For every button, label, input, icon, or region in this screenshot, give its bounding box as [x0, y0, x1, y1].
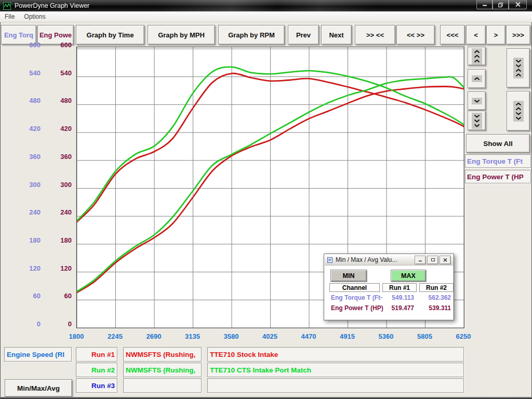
- window-title: PowerDyne Graph Viewer: [15, 2, 89, 9]
- y-scroll-up-fast-icon: [472, 48, 482, 64]
- minimize-button[interactable]: [476, 0, 493, 9]
- rpm-tick-label: 4915: [332, 332, 363, 340]
- dialog-col-run1[interactable]: Run #1: [382, 283, 417, 292]
- run-1-label[interactable]: Run #1: [76, 347, 117, 362]
- torque-tick-label: 240: [18, 209, 41, 216]
- toolbar-button-next[interactable]: Next: [321, 25, 352, 45]
- chevron-down-icon: [474, 119, 480, 123]
- chevron-down-icon: [474, 99, 480, 103]
- power-tick-label: 180: [49, 237, 72, 244]
- torque-tick-label: 120: [18, 265, 41, 272]
- torque-tick-label: 60: [18, 292, 41, 300]
- chevron-down-icon: [515, 64, 522, 68]
- torque-channel-label[interactable]: Eng Torque T (Ft: [465, 154, 531, 168]
- toolbar-button-scroll-left[interactable]: <: [466, 25, 486, 45]
- dialog-title: Min / Max / Avg Valu...: [336, 256, 414, 263]
- run-1-description[interactable]: TTE710 Stock Intake: [207, 347, 464, 362]
- y-scroll-down-fast-icon: [472, 113, 482, 129]
- window-controls: [476, 0, 527, 9]
- menu-file[interactable]: File: [0, 12, 19, 21]
- power-tick-label: 0: [49, 321, 72, 328]
- chevron-up-icon: [515, 73, 522, 77]
- chevron-up-icon: [515, 107, 522, 111]
- dialog-title-bar[interactable]: Min / Max / Avg Valu...: [325, 255, 453, 265]
- toolbar-button-graph-by-rpm[interactable]: Graph by RPM: [218, 25, 285, 45]
- min-max-avg-dialog: Min / Max / Avg Valu... MIN MAX Channel …: [324, 254, 454, 321]
- toolbar-button-graph-by-mph[interactable]: Graph by MPH: [148, 25, 215, 45]
- torque-tick-label: 180: [18, 237, 41, 244]
- torque-tick-label: 480: [18, 97, 41, 104]
- rpm-tick-label: 2690: [138, 332, 169, 340]
- restore-button[interactable]: [493, 0, 509, 9]
- toolbar-button-scroll-right[interactable]: >: [486, 25, 506, 45]
- dialog-run2-max-value: 539.311: [419, 304, 451, 312]
- x-channel-label[interactable]: Engine Speed (RI: [4, 347, 72, 362]
- chevron-down-icon: [474, 114, 480, 118]
- chevron-up-icon: [474, 77, 480, 81]
- run-3-description[interactable]: [207, 378, 464, 393]
- torque-tick-label: 420: [18, 125, 41, 132]
- toolbar-button-graph-by-time[interactable]: Graph by Time: [76, 25, 144, 45]
- run-2-label[interactable]: Run #2: [76, 363, 117, 377]
- rpm-tick-label: 2245: [100, 332, 131, 340]
- toolbar-button-zoom-out-horizontal[interactable]: << >>: [396, 25, 435, 45]
- app-window: PowerDyne Graph Viewer File Options Eng …: [0, 0, 532, 399]
- y-scroll-down-icon: [472, 98, 482, 104]
- menu-bar: File Options: [0, 11, 532, 22]
- dialog-col-channel[interactable]: Channel: [329, 283, 380, 292]
- rpm-tick-label: 3135: [177, 332, 208, 340]
- rpm-tick-label: 5805: [409, 332, 441, 340]
- y-zoom-out-icon: [513, 101, 524, 122]
- y-zoom-out-button[interactable]: [507, 91, 530, 131]
- toolbar-button-scroll-far-left[interactable]: <<<: [440, 25, 465, 45]
- rpm-tick-label: 3580: [216, 332, 247, 340]
- power-tick-label: 240: [49, 209, 72, 216]
- chevron-down-icon: [515, 59, 522, 63]
- min-button[interactable]: MIN: [330, 270, 367, 282]
- window-bottom-edge: [0, 397, 532, 399]
- power-tick-label: 420: [49, 125, 72, 132]
- toolbar-button-prev[interactable]: Prev: [288, 25, 319, 45]
- power-tick-label: 600: [49, 42, 72, 49]
- max-button[interactable]: MAX: [391, 270, 426, 282]
- run-2-source[interactable]: NWMSFTS (Rushing,: [123, 363, 202, 377]
- chevron-up-icon: [515, 102, 522, 106]
- power-tick-label: 300: [49, 181, 72, 189]
- torque-tick-label: 300: [18, 181, 41, 189]
- power-tick-label: 480: [49, 97, 72, 104]
- y-scroll-down-fast-button[interactable]: [468, 111, 486, 130]
- chevron-up-icon: [474, 59, 480, 63]
- chevron-down-icon: [474, 124, 480, 127]
- toolbar-button-zoom-in-horizontal[interactable]: >> <<: [355, 25, 395, 45]
- torque-tick-label: 0: [18, 321, 41, 328]
- menu-options[interactable]: Options: [19, 12, 50, 21]
- torque-tick-label: 360: [18, 153, 41, 161]
- y-zoom-in-button[interactable]: [507, 48, 530, 88]
- dialog-close-button[interactable]: [440, 256, 451, 264]
- dialog-run2-max-value: 562.362: [419, 294, 451, 301]
- rpm-tick-label: 4470: [293, 332, 324, 340]
- y-scroll-down-button[interactable]: [468, 91, 486, 110]
- close-button[interactable]: [509, 0, 527, 9]
- power-tick-label: 360: [49, 153, 72, 161]
- dialog-restore-button[interactable]: [427, 256, 438, 264]
- run-3-label[interactable]: Run #3: [76, 378, 117, 393]
- chevron-down-icon: [515, 112, 522, 115]
- power-channel-label[interactable]: Eng Power T (HP: [465, 170, 531, 183]
- chevron-up-icon: [474, 55, 480, 58]
- run-1-source[interactable]: NWMSFTS (Rushing,: [123, 347, 202, 362]
- rpm-tick-label: 6250: [448, 332, 479, 340]
- run-3-source[interactable]: [123, 378, 202, 393]
- torque-tick-label: 600: [18, 42, 41, 49]
- toolbar-button-scroll-far-right[interactable]: >>>: [506, 25, 530, 45]
- min-max-avg-button[interactable]: Min/Max/Avg: [5, 379, 72, 397]
- y-scroll-up-button[interactable]: [468, 69, 486, 88]
- run-2-description[interactable]: TTE710 CTS Intake Port Match: [207, 363, 464, 377]
- chevron-down-icon: [515, 116, 522, 120]
- dialog-icon: [327, 257, 333, 263]
- y-scroll-up-fast-button[interactable]: [468, 47, 486, 65]
- dialog-minimize-button[interactable]: [415, 256, 426, 264]
- dialog-col-run2[interactable]: Run #2: [419, 283, 454, 292]
- rpm-tick-label: 5360: [370, 332, 402, 340]
- show-all-button[interactable]: Show All: [466, 134, 530, 153]
